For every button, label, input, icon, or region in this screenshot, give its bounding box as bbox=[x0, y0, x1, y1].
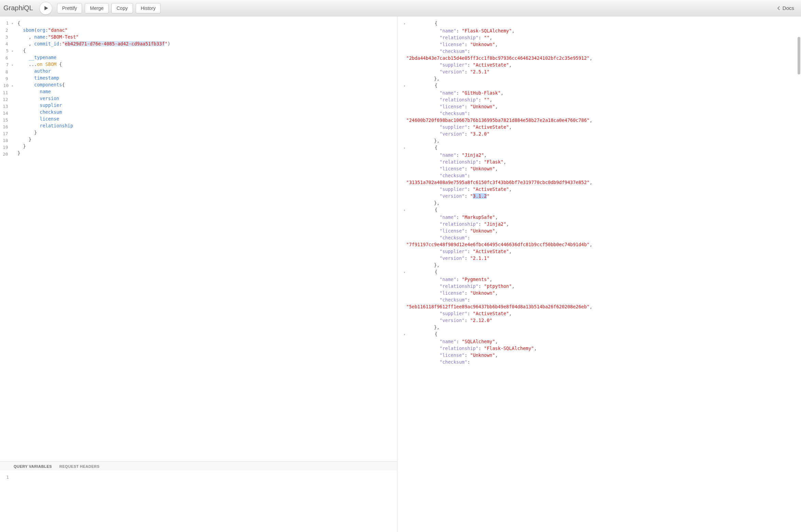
query-editor[interactable]: 1 ▾2 3 4 5 ▾6 7 ▾8 9 10 ▾11 12 13 14 15 … bbox=[0, 16, 397, 461]
docs-label: Docs bbox=[783, 5, 794, 11]
main-area: 1 ▾2 3 4 5 ▾6 7 ▾8 9 10 ▾11 12 13 14 15 … bbox=[0, 16, 801, 532]
play-icon bbox=[43, 5, 49, 11]
query-gutter: 1 ▾2 3 4 5 ▾6 7 ▾8 9 10 ▾11 12 13 14 15 … bbox=[0, 16, 15, 461]
history-button[interactable]: History bbox=[136, 3, 161, 13]
scrollbar-thumb[interactable] bbox=[798, 37, 800, 74]
variables-editor[interactable]: 1 bbox=[0, 471, 397, 532]
toolbar: GraphiQL Prettify Merge Copy History Doc… bbox=[0, 0, 801, 16]
copy-button[interactable]: Copy bbox=[111, 3, 133, 13]
left-pane: 1 ▾2 3 4 5 ▾6 7 ▾8 9 10 ▾11 12 13 14 15 … bbox=[0, 16, 397, 532]
chevron-left-icon bbox=[776, 6, 781, 11]
query-code[interactable]: { sbom(org:"danac" , name:"SBOM-Test" , … bbox=[15, 16, 397, 461]
tab-request-headers[interactable]: REQUEST HEADERS bbox=[59, 464, 100, 468]
app-logo: GraphiQL bbox=[3, 4, 33, 12]
execute-button[interactable] bbox=[39, 2, 52, 15]
result-viewer[interactable]: ▾ { "name": "Flask-SQLAlchemy", "relatio… bbox=[397, 16, 801, 532]
variables-code[interactable] bbox=[10, 471, 397, 532]
result-pane: ▾ { "name": "Flask-SQLAlchemy", "relatio… bbox=[397, 16, 801, 532]
docs-toggle[interactable]: Docs bbox=[773, 3, 798, 13]
bottom-tabs: QUERY VARIABLES REQUEST HEADERS bbox=[0, 461, 397, 471]
merge-button[interactable]: Merge bbox=[85, 3, 109, 13]
tab-query-variables[interactable]: QUERY VARIABLES bbox=[14, 464, 52, 468]
prettify-button[interactable]: Prettify bbox=[57, 3, 82, 13]
variables-gutter: 1 bbox=[0, 471, 10, 532]
